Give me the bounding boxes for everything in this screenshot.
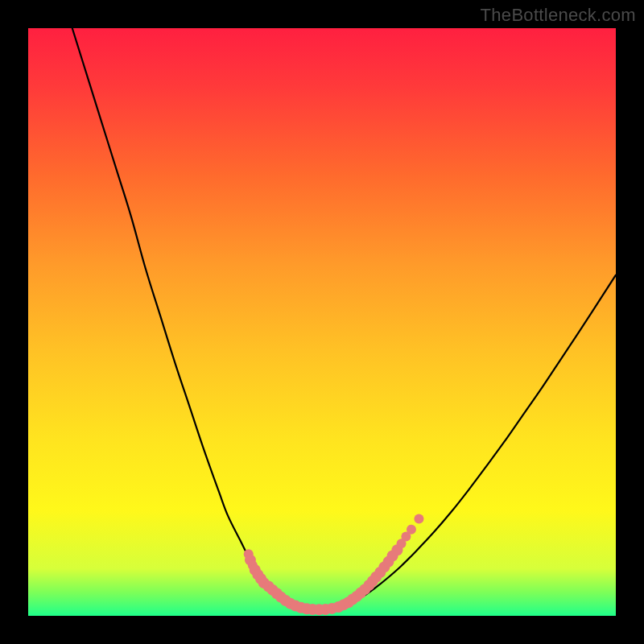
watermark-text: TheBottleneck.com xyxy=(481,5,636,26)
data-point xyxy=(407,525,416,535)
plot-area xyxy=(28,28,616,616)
curve-layer xyxy=(28,28,616,616)
data-point xyxy=(414,514,423,524)
bottleneck-curve xyxy=(72,28,616,610)
chart-frame: TheBottleneck.com xyxy=(0,0,644,644)
